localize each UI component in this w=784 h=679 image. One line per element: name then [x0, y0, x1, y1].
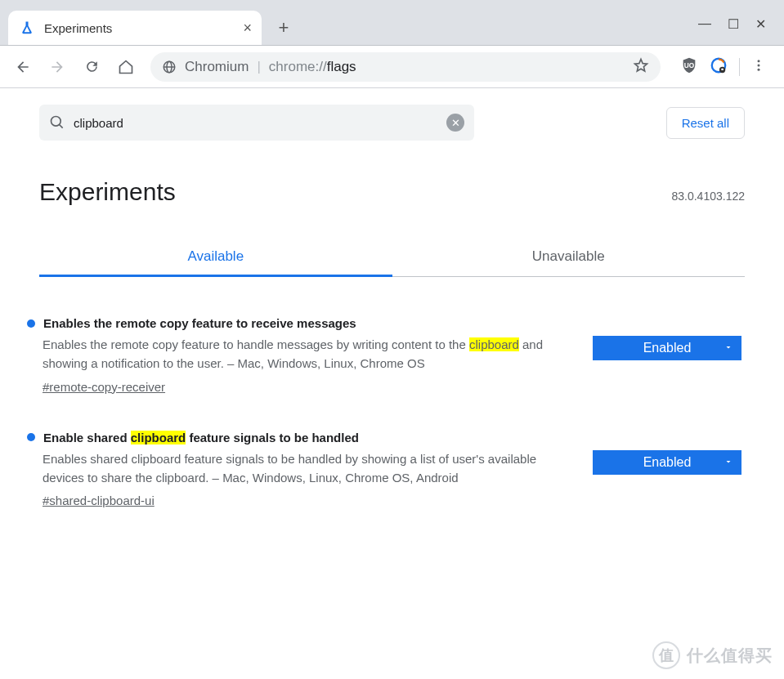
url-product: Chromium: [185, 59, 249, 75]
sync-extension-icon[interactable]: [710, 56, 728, 78]
watermark: 值 什么值得买: [652, 641, 773, 669]
svg-text:UO: UO: [684, 61, 695, 69]
flag-status-value: Enabled: [643, 341, 692, 355]
flag-item: Enable shared clipboard feature signals …: [43, 431, 741, 509]
search-box[interactable]: ✕: [39, 105, 474, 141]
page-content: ✕ Reset all Experiments 83.0.4103.122 Av…: [0, 88, 784, 508]
tab-unavailable[interactable]: Unavailable: [392, 239, 746, 277]
search-input[interactable]: [74, 116, 438, 130]
flag-title: Enable shared clipboard feature signals …: [43, 431, 359, 444]
search-row: ✕ Reset all: [39, 105, 745, 141]
svg-point-6: [758, 60, 760, 62]
watermark-text: 什么值得买: [687, 645, 773, 667]
window-titlebar: Experiments × + ― ☐ ✕: [0, 0, 784, 46]
bookmark-star-icon[interactable]: [633, 57, 649, 77]
extension-icons: UO: [670, 56, 776, 78]
url-path: flags: [327, 59, 356, 74]
address-bar[interactable]: Chromium | chrome://flags: [150, 52, 661, 82]
flag-status-select[interactable]: Enabled: [593, 336, 741, 360]
clear-search-icon[interactable]: ✕: [446, 114, 464, 132]
flag-anchor-link[interactable]: #shared-clipboard-ui: [43, 494, 155, 507]
minimize-icon[interactable]: ―: [698, 16, 711, 32]
flag-status-value: Enabled: [643, 455, 692, 470]
tabs: Available Unavailable: [39, 239, 745, 277]
browser-tab[interactable]: Experiments ×: [8, 11, 262, 45]
browser-toolbar: Chromium | chrome://flags UO: [0, 46, 784, 88]
back-button[interactable]: [8, 52, 38, 82]
flag-description: Enables the remote copy feature to handl…: [43, 335, 570, 373]
close-tab-icon[interactable]: ×: [243, 20, 252, 37]
menu-button[interactable]: [751, 58, 766, 76]
flag-status-select[interactable]: Enabled: [593, 450, 741, 475]
svg-point-7: [758, 64, 760, 66]
flags-list: Enables the remote copy feature to recei…: [39, 316, 745, 508]
reload-button[interactable]: [77, 52, 106, 82]
tab-title: Experiments: [44, 21, 112, 35]
chevron-down-icon: [724, 341, 733, 355]
modified-dot-icon: [27, 433, 35, 441]
close-window-icon[interactable]: ✕: [755, 16, 766, 32]
shield-extension-icon[interactable]: UO: [680, 56, 698, 78]
flag-title: Enables the remote copy feature to recei…: [43, 316, 356, 330]
flask-icon: [20, 20, 34, 35]
maximize-icon[interactable]: ☐: [728, 16, 739, 32]
home-button[interactable]: [111, 52, 141, 82]
chevron-down-icon: [724, 455, 733, 470]
flag-description: Enables shared clipboard feature signals…: [43, 449, 570, 488]
modified-dot-icon: [27, 319, 35, 328]
site-info-icon[interactable]: [162, 60, 177, 74]
flag-anchor-link[interactable]: #remote-copy-receiver: [43, 380, 165, 394]
forward-button[interactable]: [43, 52, 72, 82]
reset-all-button[interactable]: Reset all: [666, 107, 745, 139]
flag-item: Enables the remote copy feature to recei…: [43, 316, 741, 395]
new-tab-button[interactable]: +: [270, 14, 298, 42]
search-icon: [49, 114, 65, 131]
page-title: Experiments: [39, 178, 176, 206]
svg-point-8: [758, 68, 760, 70]
window-controls: ― ☐ ✕: [698, 16, 784, 45]
page-title-row: Experiments 83.0.4103.122: [39, 178, 745, 206]
tab-available[interactable]: Available: [39, 239, 392, 277]
url-separator: |: [257, 59, 260, 75]
toolbar-separator: [739, 58, 740, 76]
url-scheme: chrome://: [269, 59, 327, 74]
version-label: 83.0.4103.122: [671, 190, 745, 203]
svg-rect-5: [721, 68, 724, 69]
watermark-icon: 值: [652, 641, 680, 669]
svg-point-9: [52, 117, 61, 127]
